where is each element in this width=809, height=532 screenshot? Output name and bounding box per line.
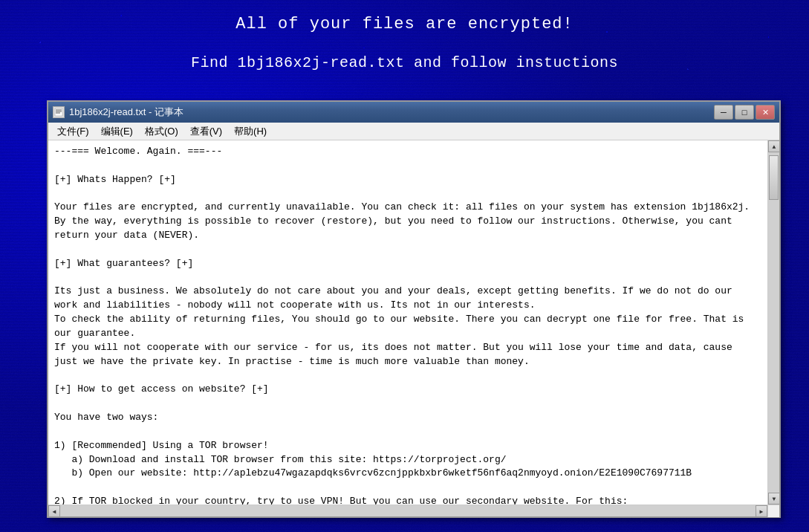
menu-edit[interactable]: 编辑(E)	[95, 123, 139, 140]
scroll-track[interactable]	[768, 152, 779, 493]
header-section: All of your files are encrypted! Find 1b…	[0, 0, 809, 71]
window-title: 1bj186x2j-read.txt - 记事本	[69, 106, 714, 119]
h-scroll-track[interactable]	[60, 505, 756, 516]
header-line1: All of your files are encrypted!	[0, 15, 809, 33]
scroll-right-arrow[interactable]: ▶	[756, 505, 767, 517]
scroll-left-arrow[interactable]: ◀	[48, 505, 60, 517]
scrollbar-corner	[767, 505, 779, 517]
content-area: ---=== Welcome. Again. ===--- [+] Whats …	[48, 140, 779, 505]
menu-bar: 文件(F) 编辑(E) 格式(O) 查看(V) 帮助(H)	[48, 123, 779, 140]
svg-rect-0	[55, 108, 62, 116]
window-controls: ─ □ ✕	[714, 105, 775, 120]
notepad-icon	[53, 106, 65, 118]
scroll-thumb[interactable]	[769, 155, 779, 200]
scroll-up-arrow[interactable]: ▲	[768, 140, 779, 152]
menu-file[interactable]: 文件(F)	[51, 123, 95, 140]
title-bar: 1bj186x2j-read.txt - 记事本 ─ □ ✕	[48, 102, 779, 123]
maximize-button[interactable]: □	[735, 105, 754, 120]
scroll-down-arrow[interactable]: ▼	[768, 493, 779, 505]
notepad-window: 1bj186x2j-read.txt - 记事本 ─ □ ✕ 文件(F) 编辑(…	[47, 100, 781, 518]
minimize-button[interactable]: ─	[714, 105, 733, 120]
menu-view[interactable]: 查看(V)	[184, 123, 228, 140]
horizontal-scrollbar[interactable]: ◀ ▶	[48, 505, 779, 516]
notepad-text[interactable]: ---=== Welcome. Again. ===--- [+] Whats …	[48, 140, 767, 505]
close-button[interactable]: ✕	[756, 105, 775, 120]
menu-format[interactable]: 格式(O)	[139, 123, 184, 140]
menu-help[interactable]: 帮助(H)	[228, 123, 273, 140]
header-line2: Find 1bj186x2j-read.txt and follow instu…	[0, 54, 809, 71]
vertical-scrollbar[interactable]: ▲ ▼	[767, 140, 779, 505]
